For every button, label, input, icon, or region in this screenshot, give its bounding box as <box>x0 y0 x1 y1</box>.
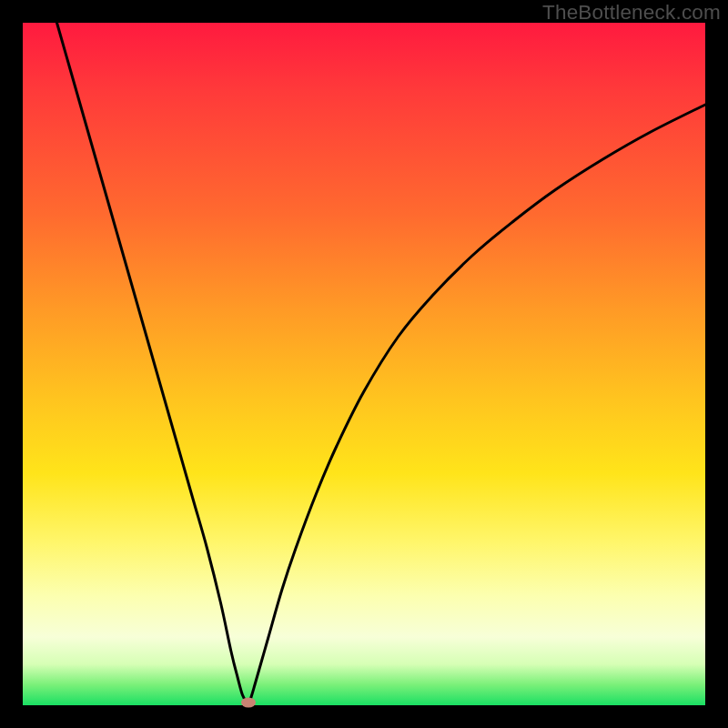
bottleneck-curve <box>57 23 706 703</box>
chart-frame: TheBottleneck.com <box>0 0 728 728</box>
plot-area <box>23 23 705 705</box>
curve-svg <box>23 23 705 705</box>
watermark-text: TheBottleneck.com <box>542 1 721 25</box>
optimal-point-marker <box>241 698 256 708</box>
